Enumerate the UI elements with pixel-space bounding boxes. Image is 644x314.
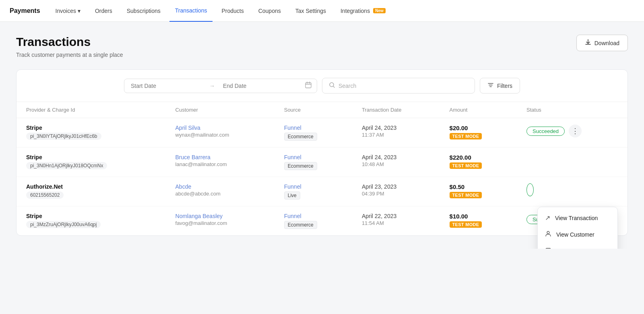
customer-cell: Nomlanga Beasley favog@mailinator.com: [166, 206, 275, 236]
col-amount: Amount: [440, 102, 517, 118]
status-badge: Succeeded: [526, 127, 565, 136]
amount-cell: $10.00 TEST MODE: [440, 206, 517, 236]
download-icon: [585, 39, 591, 47]
filters-button[interactable]: Filters: [480, 78, 520, 94]
customer-cell: Abcde abcde@abcde.com: [166, 177, 275, 206]
nav-tax-settings[interactable]: Tax Settings: [290, 0, 332, 22]
nav-transactions[interactable]: Transactions: [169, 0, 213, 22]
row-actions-dropdown: ↗ View Transaction View Customer: [537, 207, 618, 249]
table-row: Stripe pi_3N0Hn1AjORjlkyJ018OQcmNx Bruce…: [17, 148, 627, 177]
search-box[interactable]: [322, 78, 475, 94]
nav-integrations[interactable]: Integrations New: [335, 0, 391, 22]
date-range-picker[interactable]: →: [124, 79, 317, 93]
page-title: Transactions: [16, 35, 123, 49]
status-cell: [517, 177, 627, 206]
customer-cell: April Silva wynax@mailinator.com: [166, 118, 275, 148]
new-badge: New: [373, 8, 386, 13]
external-link-icon: ↗: [545, 214, 550, 222]
nav-products[interactable]: Products: [216, 0, 249, 22]
nav-invoices[interactable]: Invoices ▾: [50, 0, 86, 22]
provider-cell: Authorize.Net 60215565202: [17, 177, 166, 206]
source-cell: Funnel Live: [275, 177, 352, 206]
provider-cell: Stripe pi_3MzZruAjORjlkyJ00uvA6qpj: [17, 206, 166, 236]
view-customer-item[interactable]: View Customer: [538, 226, 617, 243]
search-icon: [329, 82, 335, 89]
search-input[interactable]: [339, 83, 468, 89]
table-row: Stripe pi_3MzZruAjORjlkyJ00uvA6qpj Nomla…: [17, 206, 627, 236]
amount-cell: $0.50 TEST MODE: [440, 177, 517, 206]
provider-cell: Stripe pi_3N0Hn1AjORjlkyJ018OQcmNx: [17, 148, 166, 177]
nav-subscriptions[interactable]: Subscriptions: [121, 0, 166, 22]
row-actions-button[interactable]: ⋮: [569, 125, 582, 137]
filter-icon: [487, 82, 494, 89]
status-cell: Succeeded ⋮: [517, 118, 627, 148]
source-cell: Funnel Ecommerce: [275, 206, 352, 236]
brand-logo: Payments: [10, 7, 40, 15]
amount-cell: $220.00 TEST MODE: [440, 148, 517, 177]
col-source: Source: [275, 102, 352, 118]
svg-rect-3: [546, 248, 551, 249]
date-cell: April 22, 2023 11:54 AM: [352, 206, 440, 236]
person-icon: [545, 231, 551, 239]
table-row: Stripe pi_3N0IYTAjORjlkyJ01cHfEc6b April…: [17, 118, 627, 148]
source-cell: Funnel Ecommerce: [275, 118, 352, 148]
col-status: Status: [517, 102, 627, 118]
nav-orders[interactable]: Orders: [89, 0, 118, 22]
page-content: Transactions Track customer payments at …: [0, 22, 644, 249]
amount-cell: $20.00 TEST MODE: [440, 118, 517, 148]
date-cell: April 23, 2023 04:39 PM: [352, 177, 440, 206]
col-provider: Provider & Charge Id: [17, 102, 166, 118]
calendar-icon: [300, 81, 317, 90]
top-navigation: Payments Invoices ▾ Orders Subscriptions…: [0, 0, 644, 22]
view-order-item[interactable]: View Order: [538, 243, 617, 249]
svg-point-2: [547, 231, 549, 234]
nav-coupons[interactable]: Coupons: [253, 0, 287, 22]
col-date: Transaction Date: [352, 102, 440, 118]
chevron-down-icon: ▾: [78, 8, 80, 14]
date-range-arrow-icon: →: [208, 83, 217, 89]
view-transaction-item[interactable]: ↗ View Transaction: [538, 210, 617, 226]
start-date-input[interactable]: [124, 79, 208, 93]
date-cell: April 24, 2023 11:37 AM: [352, 118, 440, 148]
page-title-group: Transactions Track customer payments at …: [16, 35, 123, 58]
col-customer: Customer: [166, 102, 275, 118]
date-cell: April 24, 2023 10:48 AM: [352, 148, 440, 177]
download-button[interactable]: Download: [576, 35, 628, 51]
provider-cell: Stripe pi_3N0IYTAjORjlkyJ01cHfEc6b: [17, 118, 166, 148]
status-cell: [517, 148, 627, 177]
svg-rect-0: [305, 83, 311, 88]
transactions-table-card: →: [16, 69, 628, 236]
page-header: Transactions Track customer payments at …: [16, 35, 628, 58]
end-date-input[interactable]: [217, 79, 300, 93]
source-cell: Funnel Ecommerce: [275, 148, 352, 177]
transactions-table: Provider & Charge Id Customer Source Tra…: [17, 102, 627, 235]
customer-cell: Bruce Barrera lanac@mailinator.com: [166, 148, 275, 177]
page-subtitle: Track customer payments at a single plac…: [16, 52, 123, 58]
order-icon: [545, 247, 551, 249]
table-row: Authorize.Net 60215565202 Abcde abcde@ab…: [17, 177, 627, 206]
filters-row: →: [17, 70, 627, 102]
